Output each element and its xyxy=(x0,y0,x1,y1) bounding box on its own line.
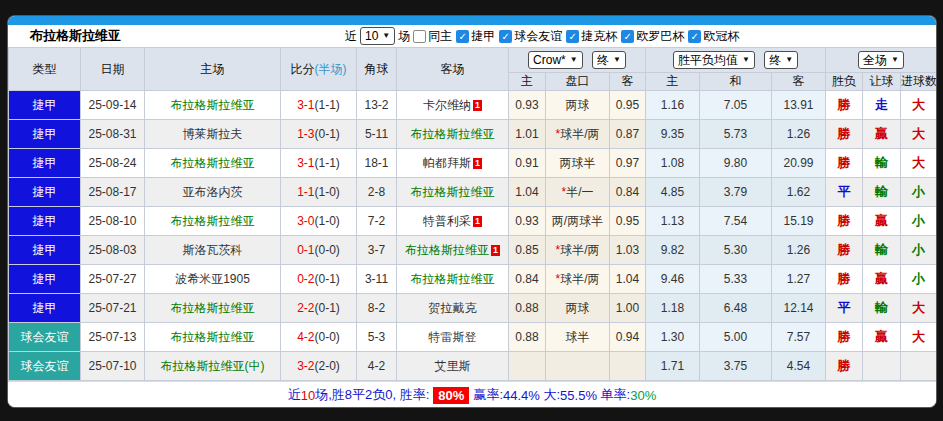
eu-draw-odds: 5.73 xyxy=(724,127,747,141)
halftime-score: (1-1) xyxy=(315,98,340,112)
eu-away-odds: 1.62 xyxy=(787,185,810,199)
result-value: 平 xyxy=(838,184,851,199)
cell-score: 0-1(0-0) xyxy=(281,236,357,265)
eu-away-odds: 15.19 xyxy=(783,214,813,228)
corner-count: 5-11 xyxy=(365,127,388,141)
cell-league-badge: 捷甲 xyxy=(9,178,81,207)
col-header-eu-away: 客 xyxy=(772,73,826,91)
asia-home-odds: 0.85 xyxy=(515,243,538,257)
goals-result-value: 大 xyxy=(912,126,925,141)
col-header-handicap: 让球 xyxy=(863,73,901,91)
cell-away-team: 帕都拜斯1 xyxy=(397,149,509,178)
footer-stat-text: 55.5% xyxy=(560,388,597,403)
eu-draw-odds: 7.05 xyxy=(724,98,747,112)
result-value: 勝 xyxy=(838,242,851,257)
halftime-score: (0-1) xyxy=(315,301,340,315)
asia-away-odds: 1.03 xyxy=(616,243,639,257)
corner-count: 13-2 xyxy=(364,98,388,112)
checkbox-checked-icon[interactable]: ✓ xyxy=(456,30,469,43)
cell-goals: 大 xyxy=(901,323,937,352)
cell-result: 勝 xyxy=(826,120,863,149)
cell-handicap: 輸 xyxy=(863,178,901,207)
fulltime-score: 1-3 xyxy=(297,127,314,141)
europe-odds-select-group: 胜平负均值 ▼ 终 ▼ xyxy=(646,48,826,73)
filter-league-1[interactable]: ✓捷甲 xyxy=(456,28,495,45)
cell-eu-away-odds: 4.54 xyxy=(772,352,826,381)
filter-league-2[interactable]: ✓球会友谊 xyxy=(499,28,562,45)
red-card-badge: 1 xyxy=(473,216,482,227)
checkbox-checked-icon[interactable]: ✓ xyxy=(499,30,512,43)
cell-away-team: 卡尔维纳1 xyxy=(397,91,509,120)
footer-stat-text: 场,胜8平2负0, 胜率: xyxy=(315,386,429,404)
europe-odds-state-select[interactable]: 终 ▼ xyxy=(764,51,798,69)
asia-line: 半/一 xyxy=(566,185,593,199)
filter-league-4[interactable]: ✓欧罗巴杯 xyxy=(621,28,684,45)
cell-score: 3-1(1-1) xyxy=(281,91,357,120)
home-team-name: 布拉格斯拉维亚 xyxy=(171,330,255,344)
checkbox-checked-icon[interactable]: ✓ xyxy=(688,30,701,43)
fulltime-score: 0-1 xyxy=(297,243,314,257)
asia-away-odds: 0.97 xyxy=(616,156,639,170)
corner-count: 5-3 xyxy=(368,330,385,344)
asia-line: 两球 xyxy=(566,301,590,315)
handicap-result-value: 贏 xyxy=(875,329,888,344)
filter-league-3[interactable]: ✓捷克杯 xyxy=(566,28,617,45)
cell-date: 25-08-17 xyxy=(81,178,145,207)
cell-result: 平 xyxy=(826,294,863,323)
cell-eu-draw-odds: 3.75 xyxy=(700,352,772,381)
cell-score: 1-3(0-1) xyxy=(281,120,357,149)
col-header-eu-home: 主 xyxy=(646,73,700,91)
cell-corners: 13-2 xyxy=(357,91,397,120)
cell-league-badge: 捷甲 xyxy=(9,207,81,236)
cell-eu-draw-odds: 7.05 xyxy=(700,91,772,120)
asia-line: 两球半 xyxy=(560,156,596,170)
filter-same-host[interactable]: 同主 xyxy=(413,28,452,45)
fulltime-score: 0-2 xyxy=(297,272,314,286)
home-team-name: 斯洛瓦茨科 xyxy=(183,243,243,257)
match-date: 25-09-14 xyxy=(88,98,136,112)
cell-league-badge: 捷甲 xyxy=(9,120,81,149)
cell-eu-draw-odds: 6.48 xyxy=(700,294,772,323)
result-value: 勝 xyxy=(838,358,851,373)
result-value: 勝 xyxy=(838,97,851,112)
match-count-select[interactable]: 10 ▼ xyxy=(360,27,395,45)
cell-asia-away-odds xyxy=(610,352,646,381)
halftime-score: (2-0) xyxy=(315,359,340,373)
home-team-name: 博莱斯拉夫 xyxy=(183,127,243,141)
checkbox-unchecked-icon[interactable] xyxy=(413,30,426,43)
eu-draw-odds: 5.00 xyxy=(724,330,747,344)
filter-league-5[interactable]: ✓欧冠杯 xyxy=(688,28,739,45)
scope-select[interactable]: 全场 ▼ xyxy=(858,51,904,69)
handicap-result-value: 輸 xyxy=(875,184,888,199)
table-row: 捷甲25-08-17亚布洛内茨1-1(1-0)2-8布拉格斯拉维亚1.04*半/… xyxy=(9,178,937,207)
odds-company-select[interactable]: Crow* ▼ xyxy=(528,51,583,69)
league-name: 球会友谊 xyxy=(21,330,69,344)
cell-asia-home-odds: 0.93 xyxy=(509,207,546,236)
cell-result: 勝 xyxy=(826,91,863,120)
home-team-name: 布拉格斯拉维亚 xyxy=(171,156,255,170)
cell-home-team: 布拉格斯拉维亚(中) xyxy=(145,352,281,381)
asia-away-odds: 0.95 xyxy=(616,214,639,228)
checkbox-checked-icon[interactable]: ✓ xyxy=(566,30,579,43)
cell-date: 25-08-03 xyxy=(81,236,145,265)
asia-away-odds: 0.94 xyxy=(616,330,639,344)
cell-asia-line: 球半 xyxy=(546,323,610,352)
cell-asia-home-odds: 1.01 xyxy=(509,120,546,149)
league-name: 球会友谊 xyxy=(21,359,69,373)
europe-odds-type-select[interactable]: 胜平负均值 ▼ xyxy=(673,51,755,69)
col-header-away: 客场 xyxy=(397,48,509,91)
corner-count: 3-11 xyxy=(365,272,388,286)
cell-corners: 18-1 xyxy=(357,149,397,178)
eu-away-odds: 1.26 xyxy=(787,127,810,141)
cell-away-team: 特普利采1 xyxy=(397,207,509,236)
cell-score: 3-2(2-0) xyxy=(281,352,357,381)
scope-value: 全场 xyxy=(863,52,887,69)
checkbox-checked-icon[interactable]: ✓ xyxy=(621,30,634,43)
cell-league-badge: 球会友谊 xyxy=(9,352,81,381)
asia-odds-state-select[interactable]: 终 ▼ xyxy=(592,51,626,69)
result-value: 平 xyxy=(838,300,851,315)
col-header-corner: 角球 xyxy=(357,48,397,91)
match-date: 25-08-03 xyxy=(88,243,136,257)
cell-date: 25-07-13 xyxy=(81,323,145,352)
halftime-score: (0-0) xyxy=(315,330,340,344)
